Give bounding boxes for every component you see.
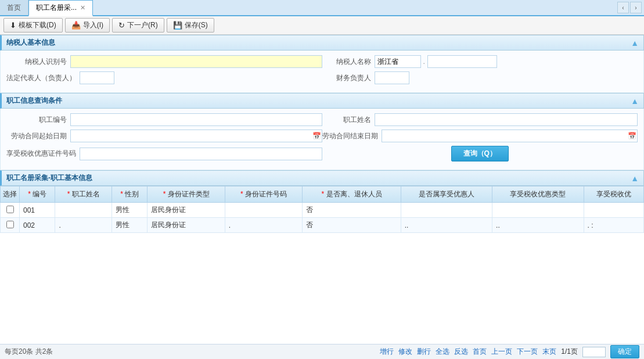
tax-code-input[interactable]: [80, 148, 322, 160]
col-id: * 编号: [20, 186, 55, 203]
col-idtype-label: 身份证件类型: [168, 190, 210, 198]
finance-officer-cell: 财务负责人: [322, 71, 638, 84]
table-section-toggle[interactable]: ▲: [631, 174, 639, 183]
col-pref-type: 享受税收优惠类型: [492, 186, 584, 203]
row1-id: 001: [20, 203, 55, 218]
page-display: 1/1页: [561, 347, 578, 357]
basic-info-row-1: 纳税人识别号 纳税人名称 .: [6, 55, 638, 68]
save-label: 保存(S): [185, 20, 208, 30]
contract-end-label: 劳动合同结束日期: [322, 131, 382, 141]
tax-code-cell: 享受税收优惠证件号码: [6, 148, 322, 160]
search-section-toggle[interactable]: ▲: [631, 96, 639, 106]
contract-end-input[interactable]: [382, 130, 638, 142]
tab-home-label: 首页: [7, 3, 21, 13]
basic-info-toggle[interactable]: ▲: [631, 38, 639, 48]
col-id-number: * 身份证件号码: [225, 186, 302, 203]
col-id-type: * 身份证件类型: [147, 186, 225, 203]
search-row-3: 享受税收优惠证件号码 查询（Q）: [6, 146, 638, 161]
legal-rep-input[interactable]: [80, 71, 114, 84]
refresh-icon: ↻: [118, 21, 125, 30]
query-btn-cell: 查询（Q）: [322, 146, 638, 161]
row2-gender: 男性: [111, 218, 147, 233]
delete-row-button[interactable]: 删行: [417, 347, 431, 357]
emp-name-input[interactable]: [375, 113, 638, 126]
finance-officer-label: 财务负责人: [322, 73, 375, 83]
row2-checkbox[interactable]: [6, 221, 14, 228]
tab-employee[interactable]: 职工名册采... ✕: [28, 0, 93, 16]
col-gender: * 性别: [111, 186, 147, 203]
col-name-star: *: [67, 190, 70, 198]
basic-info-section-header: 纳税人基本信息 ▲: [0, 35, 644, 51]
row1-pref-type: [492, 203, 584, 218]
basic-info-title: 纳税人基本信息: [6, 38, 55, 48]
table-section: 选择 * 编号 * 职工姓名 * 性别 * 身份证件类型 * 身份证件号码 * …: [0, 186, 644, 233]
main-content: 纳税人基本信息 ▲ 纳税人识别号 纳税人名称 . 法定代表人（负责人） 财务负责…: [0, 35, 644, 344]
row2-checkbox-cell: [1, 218, 20, 233]
taxpayer-name-input[interactable]: [375, 55, 421, 68]
row2-enjoys-pref: ..: [401, 218, 492, 233]
save-icon: 💾: [173, 21, 182, 30]
contract-start-input-wrapper: 📅: [70, 130, 322, 142]
import-button[interactable]: 📥 导入(I): [65, 18, 110, 33]
search-form: 职工编号 职工姓名 劳动合同起始日期 📅 劳动合同结束日期 📅: [0, 109, 644, 170]
col-id-star: *: [28, 190, 31, 198]
tab-close-icon[interactable]: ✕: [80, 4, 85, 12]
finance-officer-input[interactable]: [375, 71, 409, 84]
taxpayer-id-cell: 纳税人识别号: [6, 55, 322, 68]
tab-prev-button[interactable]: ‹: [617, 2, 629, 13]
invert-selection-button[interactable]: 反选: [454, 347, 468, 357]
contract-start-input[interactable]: [70, 130, 322, 142]
next-label: 下一户(R): [127, 20, 158, 30]
tab-home[interactable]: 首页: [0, 0, 28, 15]
next-page-button[interactable]: 下一页: [517, 347, 538, 357]
emp-name-cell: 职工姓名: [322, 113, 638, 126]
status-actions: 增行 修改 删行 全选 反选 首页 上一页 下一页 末页 1/1页 确定: [380, 345, 639, 358]
query-button[interactable]: 查询（Q）: [451, 146, 509, 161]
row2-retired: 否: [303, 218, 401, 233]
legal-rep-label: 法定代表人（负责人）: [6, 73, 80, 83]
calendar-end-icon[interactable]: 📅: [628, 132, 636, 140]
search-row-1: 职工编号 职工姓名: [6, 113, 638, 126]
download-template-button[interactable]: ⬇ 模板下载(D): [3, 18, 63, 33]
emp-id-input[interactable]: [70, 113, 322, 126]
legal-rep-cell: 法定代表人（负责人）: [6, 71, 322, 84]
status-bar: 每页20条 共2条 增行 修改 删行 全选 反选 首页 上一页 下一页 末页 1…: [0, 344, 644, 359]
emp-id-cell: 职工编号: [6, 113, 322, 126]
first-page-button[interactable]: 首页: [473, 347, 487, 357]
prev-page-button[interactable]: 上一页: [491, 347, 512, 357]
row2-id-type: 居民身份证: [147, 218, 225, 233]
employee-table: 选择 * 编号 * 职工姓名 * 性别 * 身份证件类型 * 身份证件号码 * …: [0, 186, 644, 233]
contract-end-cell: 劳动合同结束日期 📅: [322, 130, 638, 142]
next-household-button[interactable]: ↻ 下一户(R): [112, 18, 164, 33]
row1-id-number: [225, 203, 302, 218]
row2-id: 002: [20, 218, 55, 233]
add-row-button[interactable]: 增行: [380, 347, 394, 357]
col-retired: * 是否离、退休人员: [303, 186, 401, 203]
confirm-button[interactable]: 确定: [610, 345, 639, 358]
col-select-label: 选择: [3, 190, 17, 198]
col-prefdetail-label: 享受税收优: [596, 190, 631, 198]
row2-id-number: .: [225, 218, 302, 233]
page-jump-input[interactable]: [582, 347, 606, 357]
taxpayer-id-input[interactable]: [70, 55, 322, 68]
row1-pref-detail: [584, 203, 644, 218]
calendar-start-icon[interactable]: 📅: [312, 132, 321, 140]
search-section-header: 职工信息查询条件 ▲: [0, 93, 644, 109]
save-button[interactable]: 💾 保存(S): [167, 18, 214, 33]
search-row-2: 劳动合同起始日期 📅 劳动合同结束日期 📅: [6, 130, 638, 142]
col-retired-star: *: [322, 190, 325, 198]
toolbar: ⬇ 模板下载(D) 📥 导入(I) ↻ 下一户(R) 💾 保存(S): [0, 16, 644, 35]
last-page-button[interactable]: 末页: [542, 347, 556, 357]
edit-button[interactable]: 修改: [398, 347, 412, 357]
select-all-button[interactable]: 全选: [436, 347, 449, 357]
tab-navigation: ‹ ›: [617, 0, 644, 15]
col-id-label: 编号: [33, 190, 46, 198]
tab-next-button[interactable]: ›: [630, 2, 642, 13]
tax-code-label: 享受税收优惠证件号码: [6, 149, 80, 159]
table-row: 001 男性 居民身份证 否: [1, 203, 644, 218]
taxpayer-name-input2[interactable]: [427, 55, 497, 68]
row1-checkbox[interactable]: [6, 206, 14, 213]
row1-checkbox-cell: [1, 203, 20, 218]
col-idnum-label: 身份证件号码: [245, 190, 287, 198]
col-gender-star: *: [120, 190, 123, 198]
